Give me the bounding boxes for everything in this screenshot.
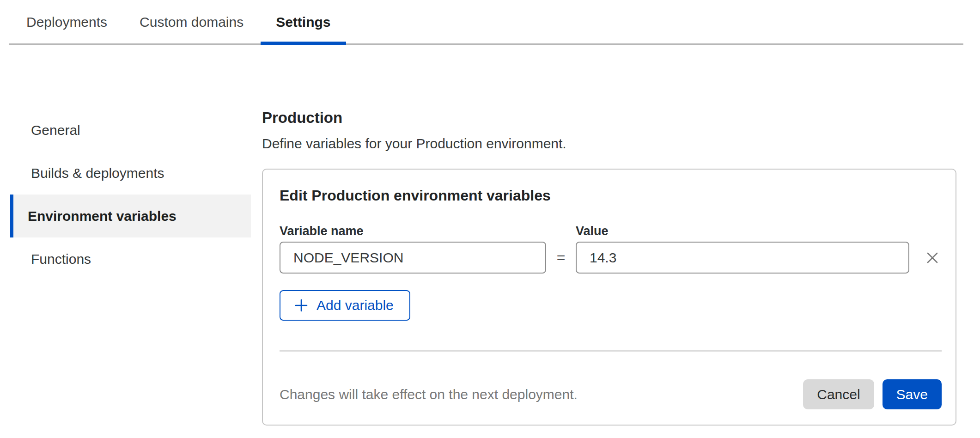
environment-variables-card: Edit Production environment variables Va… [262,169,956,426]
tab-settings[interactable]: Settings [261,14,346,45]
remove-variable-button[interactable] [923,242,942,274]
save-button[interactable]: Save [883,379,942,409]
plus-icon [293,298,309,313]
tab-deployments[interactable]: Deployments [11,14,122,45]
close-icon [924,249,941,266]
add-variable-button[interactable]: Add variable [280,290,410,321]
sidebar-item-functions[interactable]: Functions [10,237,251,280]
variable-value-label: Value [576,225,909,237]
page-title: Production [262,109,956,127]
main-panel: Production Define variables for your Pro… [262,109,956,426]
equals-sign: = [546,242,576,274]
settings-sidebar: General Builds & deployments Environment… [10,109,251,280]
sidebar-item-builds-deployments[interactable]: Builds & deployments [10,152,251,195]
variable-name-label: Variable name [280,225,546,237]
sidebar-item-environment-variables[interactable]: Environment variables [10,195,251,237]
add-variable-label: Add variable [317,298,394,313]
variable-name-input[interactable] [280,242,546,274]
variable-row: Variable name = Value [280,225,942,274]
footer-actions: Cancel Save [803,379,942,409]
sidebar-item-general[interactable]: General [10,109,251,152]
tab-custom-domains[interactable]: Custom domains [124,14,259,45]
card-title: Edit Production environment variables [280,186,942,205]
cancel-button[interactable]: Cancel [803,379,874,409]
variable-value-input[interactable] [576,242,909,274]
card-footer: Changes will take effect on the next dep… [280,379,942,409]
variable-name-column: Variable name [280,225,546,274]
card-divider [280,350,942,352]
tab-bar: Deployments Custom domains Settings [9,0,963,45]
variable-value-column: Value [576,225,909,274]
content-area: General Builds & deployments Environment… [0,109,980,426]
page-description: Define variables for your Production env… [262,135,956,152]
footer-note: Changes will take effect on the next dep… [280,387,578,402]
